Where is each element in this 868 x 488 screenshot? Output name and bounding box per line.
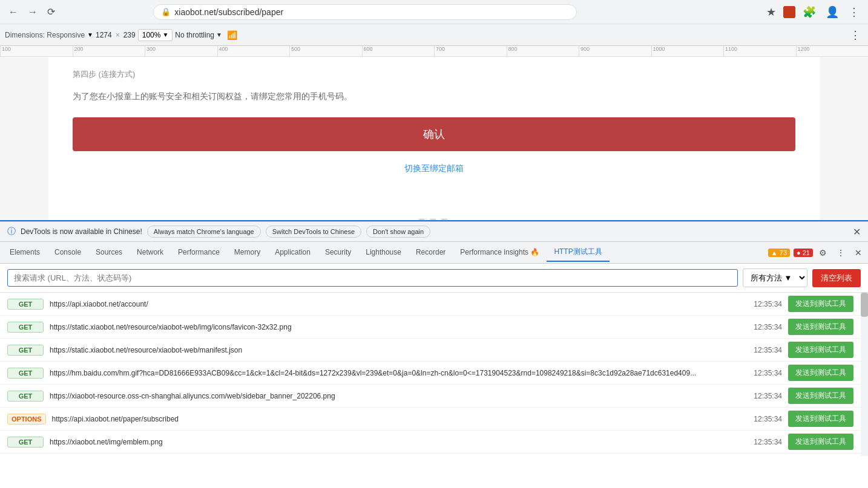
scrollbar-track[interactable] xyxy=(861,293,868,456)
request-time: 12:35:34 xyxy=(740,369,782,377)
request-url: https://xiaobot-resource.oss-cn-shanghai… xyxy=(50,392,734,400)
tab-elements[interactable]: Elements xyxy=(2,244,47,261)
request-time: 12:35:34 xyxy=(740,415,782,423)
request-time: 12:35:34 xyxy=(740,392,782,400)
request-time: 12:35:34 xyxy=(740,300,782,308)
devtools-options-icon[interactable]: ⋮ xyxy=(833,246,849,260)
menu-button[interactable]: ⋮ xyxy=(846,3,862,21)
cross-separator: × xyxy=(116,31,120,39)
extension-img[interactable] xyxy=(783,6,795,18)
tab-memory[interactable]: Memory xyxy=(227,244,268,261)
browser-top-bar: ← → ⟳ 🔒 xiaobot.net/subscribed/paper ★ 🧩… xyxy=(0,0,868,24)
method-select[interactable]: 所有方法 ▼ xyxy=(743,268,807,287)
method-badge-get: GET xyxy=(7,345,44,356)
devtools-tab-icons: ▲ 73 ● 21 ⚙ ⋮ ✕ xyxy=(768,246,866,260)
confirm-button[interactable]: 确认 xyxy=(73,117,795,151)
http-tool-search-bar: 所有方法 ▼ 清空列表 xyxy=(0,264,868,293)
send-to-tool-button[interactable]: 发送到测试工具 xyxy=(788,342,853,358)
tab-console[interactable]: Console xyxy=(47,244,88,261)
zoom-control[interactable]: 100% ▼ xyxy=(138,29,173,41)
table-row: OPTIONS https://api.xiaobot.net/paper/su… xyxy=(0,408,861,431)
main-content: 第四步 (连接方式) 为了您在小报童上的账号安全和相关订阅权益，请绑定您常用的手… xyxy=(0,57,868,220)
page-description: 为了您在小报童上的账号安全和相关订阅权益，请绑定您常用的手机号码。 xyxy=(73,89,795,103)
profile-button[interactable]: 👤 xyxy=(823,3,841,21)
method-badge-get: GET xyxy=(7,391,44,402)
forward-button[interactable]: → xyxy=(25,4,40,20)
info-icon: ⓘ xyxy=(7,226,16,237)
send-to-tool-button[interactable]: 发送到测试工具 xyxy=(788,296,853,312)
request-time: 12:35:34 xyxy=(740,438,782,446)
zoom-label: 100% xyxy=(142,31,161,39)
match-language-button[interactable]: Always match Chrome's language xyxy=(147,226,261,238)
notification-text: DevTools is now available in Chinese! xyxy=(21,227,142,236)
browser-actions: ★ 🧩 👤 ⋮ xyxy=(764,3,862,21)
throttle-chevron-icon: ▼ xyxy=(216,31,222,38)
extensions-button[interactable]: 🧩 xyxy=(800,3,818,21)
request-time: 12:35:34 xyxy=(740,323,782,331)
send-to-tool-button[interactable]: 发送到测试工具 xyxy=(788,365,853,381)
table-row: GET https://xiaobot-resource.oss-cn-shan… xyxy=(0,385,861,408)
devtools-notification: ⓘ DevTools is now available in Chinese! … xyxy=(0,221,868,242)
tab-application[interactable]: Application xyxy=(268,244,318,261)
switch-link[interactable]: 切换至绑定邮箱 xyxy=(73,163,795,174)
network-conditions-icon[interactable]: 📶 xyxy=(225,28,240,42)
throttle-label: No throttling xyxy=(175,31,214,39)
drag-dots-icon: — — — xyxy=(419,215,450,221)
tab-lighthouse[interactable]: Lighthouse xyxy=(358,244,409,261)
table-row: GET https://hm.baidu.com/hm.gif?hca=DD81… xyxy=(0,362,861,385)
close-notification-button[interactable]: ✕ xyxy=(853,226,861,238)
table-row: GET https://xiaobot.net/img/emblem.png 1… xyxy=(0,431,861,454)
close-devtools-button[interactable]: ✕ xyxy=(851,246,866,260)
dimensions-label: Dimensions: Responsive xyxy=(5,31,85,39)
chevron-down-icon: ▼ xyxy=(87,31,93,38)
request-url: https://static.xiaobot.net/resource/xiao… xyxy=(50,323,734,331)
page-content-area: 第四步 (连接方式) 为了您在小报童上的账号安全和相关订阅权益，请绑定您常用的手… xyxy=(48,57,820,220)
request-time: 12:35:34 xyxy=(740,346,782,354)
address-text: xiaobot.net/subscribed/paper xyxy=(174,7,283,17)
refresh-button[interactable]: ⟳ xyxy=(45,4,58,20)
warning-badge: ▲ 73 xyxy=(768,249,790,257)
request-url: https://api.xiaobot.net/paper/subscribed xyxy=(52,415,734,423)
devtools-panel: ⓘ DevTools is now available in Chinese! … xyxy=(0,220,868,456)
request-url: https://hm.baidu.com/hm.gif?hca=DD81666E… xyxy=(50,369,734,377)
search-input[interactable] xyxy=(7,269,738,287)
tab-http-tool[interactable]: HTTP测试工具 xyxy=(547,243,609,262)
table-row: GET https://static.xiaobot.net/resource/… xyxy=(0,316,861,339)
request-url: https://api.xiaobot.net/account/ xyxy=(50,300,734,308)
settings-icon[interactable]: ⚙ xyxy=(815,246,830,260)
error-badge: ● 21 xyxy=(794,249,813,257)
dont-show-again-button[interactable]: Don't show again xyxy=(366,226,430,238)
tab-performance[interactable]: Performance xyxy=(171,244,227,261)
method-badge-get: GET xyxy=(7,368,44,379)
send-to-tool-button[interactable]: 发送到测试工具 xyxy=(788,434,853,450)
method-badge-options: OPTIONS xyxy=(7,414,46,425)
tab-recorder[interactable]: Recorder xyxy=(409,244,453,261)
method-badge-get: GET xyxy=(7,322,44,333)
tab-network[interactable]: Network xyxy=(130,244,171,261)
star-button[interactable]: ★ xyxy=(764,3,778,21)
table-row: GET data:image/webp;base64,UklGBhAAARXHO… xyxy=(0,454,861,456)
clear-list-button[interactable]: 清空列表 xyxy=(812,269,861,287)
throttle-control[interactable]: No throttling ▼ xyxy=(175,31,222,39)
back-button[interactable]: ← xyxy=(6,4,21,20)
request-list: GET https://api.xiaobot.net/account/ 12:… xyxy=(0,293,868,456)
devtools-top-bar: Dimensions: Responsive ▼ 1274 × 239 100%… xyxy=(0,24,868,46)
devtools-tabs: Elements Console Sources Network Perform… xyxy=(0,242,868,264)
request-url: https://static.xiaobot.net/resource/xiao… xyxy=(50,346,734,354)
table-row: GET https://static.xiaobot.net/resource/… xyxy=(0,339,861,362)
scrollbar-thumb[interactable] xyxy=(861,293,868,317)
tab-perf-insights[interactable]: Performance insights 🔥 xyxy=(453,244,547,261)
send-to-tool-button[interactable]: 发送到测试工具 xyxy=(788,411,853,427)
send-to-tool-button[interactable]: 发送到测试工具 xyxy=(788,388,853,404)
ruler-row: 100 200 300 400 500 600 700 800 900 1000… xyxy=(0,46,868,57)
zoom-chevron-icon: ▼ xyxy=(162,31,168,38)
height-value: 239 xyxy=(123,31,136,39)
devtools-more-icon[interactable]: ⋮ xyxy=(847,26,863,44)
switch-chinese-button[interactable]: Switch DevTools to Chinese xyxy=(266,226,361,238)
tab-security[interactable]: Security xyxy=(318,244,358,261)
address-bar[interactable]: 🔒 xiaobot.net/subscribed/paper xyxy=(153,4,577,20)
table-row: GET https://api.xiaobot.net/account/ 12:… xyxy=(0,293,861,316)
tab-sources[interactable]: Sources xyxy=(88,244,130,261)
request-url: https://xiaobot.net/img/emblem.png xyxy=(50,438,734,446)
send-to-tool-button[interactable]: 发送到测试工具 xyxy=(788,319,853,335)
